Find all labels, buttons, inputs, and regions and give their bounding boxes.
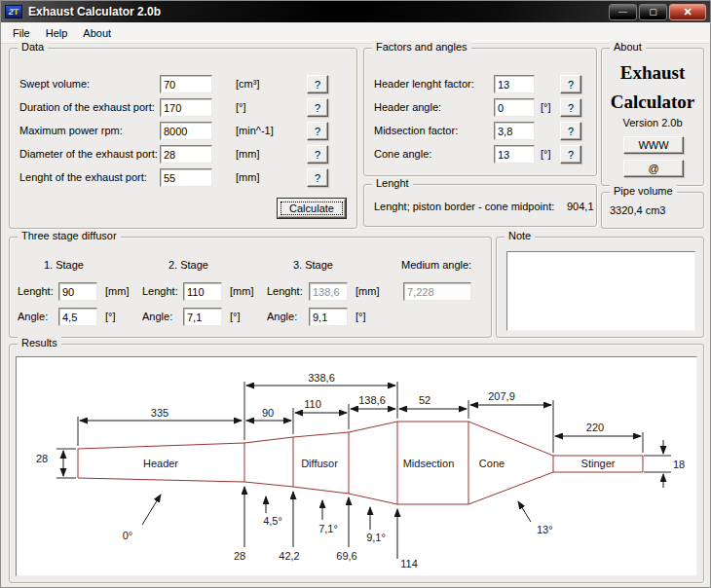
about-group-title: About <box>610 41 646 53</box>
swept-volume-label: Swept volume: <box>19 78 90 90</box>
window-controls: — ▢ ✕ <box>609 4 706 20</box>
duration-label: Duration of the exhaust port: <box>19 101 155 113</box>
calculate-button[interactable]: Calculate <box>278 199 346 218</box>
dia-stinger-label: 18 <box>673 459 685 470</box>
stage2-header: 2. Stage <box>168 259 208 271</box>
port-length-input[interactable] <box>160 168 212 187</box>
section-header-label: Header <box>143 458 178 469</box>
menu-bar: File Help About <box>1 22 710 44</box>
rpm-input[interactable] <box>160 122 212 140</box>
stage2-angle-input[interactable] <box>183 308 222 326</box>
menu-about[interactable]: About <box>75 25 119 41</box>
note-textarea[interactable] <box>506 251 695 331</box>
cone-angle-help-button[interactable]: ? <box>560 145 581 164</box>
about-line1: Exhaust <box>602 62 703 84</box>
about-group: About Exhaust Calculator Version 2.0b WW… <box>601 48 704 186</box>
diameter-input[interactable] <box>160 145 212 164</box>
swept-volume-unit: [cm³] <box>236 78 259 90</box>
data-group-title: Data <box>18 41 48 53</box>
dim-stage2-label: 110 <box>304 398 321 410</box>
duration-help-button[interactable]: ? <box>307 98 328 117</box>
section-midsection-label: Midsection <box>403 458 455 469</box>
length-group: Lenght Lenght; piston border - cone midp… <box>363 184 597 227</box>
dia-inlet-label: 28 <box>36 453 48 464</box>
header-angle-help-button[interactable]: ? <box>560 98 581 117</box>
stage1-angle-input[interactable] <box>58 308 97 326</box>
header-angle-label: Header angle: <box>374 101 441 113</box>
factors-group-title: Factors and angles <box>372 41 471 53</box>
port-length-help-button[interactable]: ? <box>307 168 328 187</box>
stage3-angle-label: Angle: <box>267 311 297 322</box>
angle-header-label: 0° <box>123 530 133 541</box>
dim-header-label: 335 <box>151 407 168 419</box>
data-group: Data Swept volume: [cm³] ? Duration of t… <box>9 48 357 229</box>
stage3-angle-input[interactable] <box>309 308 348 326</box>
menu-file[interactable]: File <box>5 25 38 41</box>
midsection-factor-input[interactable] <box>494 122 535 140</box>
midsection-factor-label: Midsection factor: <box>374 125 458 136</box>
port-length-label: Lenght of the exhaust port: <box>19 171 147 183</box>
dim-midsection-label: 52 <box>419 394 430 406</box>
dim-cone-label: 207,9 <box>488 390 515 402</box>
stage1-length-input[interactable] <box>58 282 97 301</box>
minimize-button[interactable]: — <box>609 4 637 20</box>
section-stinger-label: Stinger <box>581 458 616 469</box>
dim-diffusor-total-label: 338,6 <box>308 372 335 384</box>
www-button[interactable]: WWW <box>623 136 684 154</box>
note-group-title: Note <box>505 230 535 241</box>
exhaust-diagram: 335 90 338,6 110 138,6 52 207,9 220 28 1… <box>17 357 696 575</box>
stage1-length-unit: [mm] <box>105 285 129 297</box>
menu-help[interactable]: Help <box>38 25 76 41</box>
diameter-label: Diameter of the exhaust port: <box>19 148 158 160</box>
rpm-label: Maximum power rpm: <box>19 125 123 136</box>
results-group-title: Results <box>18 337 61 349</box>
dia-stage1-label: 28 <box>234 550 245 562</box>
midsection-factor-help-button[interactable]: ? <box>560 122 581 140</box>
email-button[interactable]: @ <box>623 160 684 177</box>
maximize-button[interactable]: ▢ <box>639 4 667 20</box>
section-cone-label: Cone <box>479 458 505 469</box>
stage2-length-label: Lenght: <box>142 285 178 297</box>
stage2-length-input[interactable] <box>183 282 222 301</box>
angle-cone-label: 13° <box>537 524 553 535</box>
dim-stinger-label: 220 <box>586 422 604 433</box>
diffusor-group-title: Three stage diffusor <box>18 230 121 241</box>
app-icon: 2T <box>5 5 22 18</box>
pipe-volume-group: Pipe volume 3320,4 cm3 <box>601 192 704 229</box>
length-result-text: Lenght; piston border - cone midpoint: <box>374 201 554 212</box>
about-version: Version 2.0b <box>602 117 703 129</box>
stage2-length-unit: [mm] <box>230 285 253 297</box>
angle-stage1-label: 4,5° <box>263 515 282 527</box>
length-result-value: 904,1 <box>567 201 594 212</box>
stage2-angle-label: Angle: <box>142 311 172 322</box>
diameter-unit: [mm] <box>236 148 259 160</box>
rpm-help-button[interactable]: ? <box>307 122 328 140</box>
results-group: Results <box>9 344 704 583</box>
diameter-help-button[interactable]: ? <box>307 145 328 164</box>
cone-angle-unit: [°] <box>541 148 551 160</box>
pipe-volume-value: 3320,4 cm3 <box>610 204 665 216</box>
header-length-factor-input[interactable] <box>494 75 535 93</box>
close-button[interactable]: ✕ <box>669 4 706 20</box>
dim-stage3-label: 138,6 <box>358 394 386 406</box>
dia-midsection-label: 114 <box>400 558 418 570</box>
medium-angle-label: Medium angle: <box>401 259 471 271</box>
header-angle-input[interactable] <box>494 98 535 117</box>
header-length-factor-label: Header lenght factor: <box>374 78 474 90</box>
stage1-angle-label: Angle: <box>18 311 48 322</box>
stage1-header: 1. Stage <box>44 259 84 271</box>
header-length-factor-help-button[interactable]: ? <box>560 75 581 93</box>
swept-volume-help-button[interactable]: ? <box>307 75 328 93</box>
port-length-unit: [mm] <box>236 171 259 183</box>
cone-angle-input[interactable] <box>494 145 535 164</box>
window-title: Exhaust Calculator 2.0b <box>28 5 609 18</box>
app-window: 2T Exhaust Calculator 2.0b — ▢ ✕ File He… <box>0 0 711 588</box>
swept-volume-input[interactable] <box>160 75 212 93</box>
stage3-length-unit: [mm] <box>356 285 379 297</box>
dia-stage3-label: 69,6 <box>336 550 356 562</box>
title-bar: 2T Exhaust Calculator 2.0b — ▢ ✕ <box>1 1 710 22</box>
stage2-angle-unit: [°] <box>230 311 241 322</box>
duration-input[interactable] <box>160 98 212 117</box>
stage3-length-input <box>309 282 348 301</box>
header-angle-unit: [°] <box>541 101 551 113</box>
